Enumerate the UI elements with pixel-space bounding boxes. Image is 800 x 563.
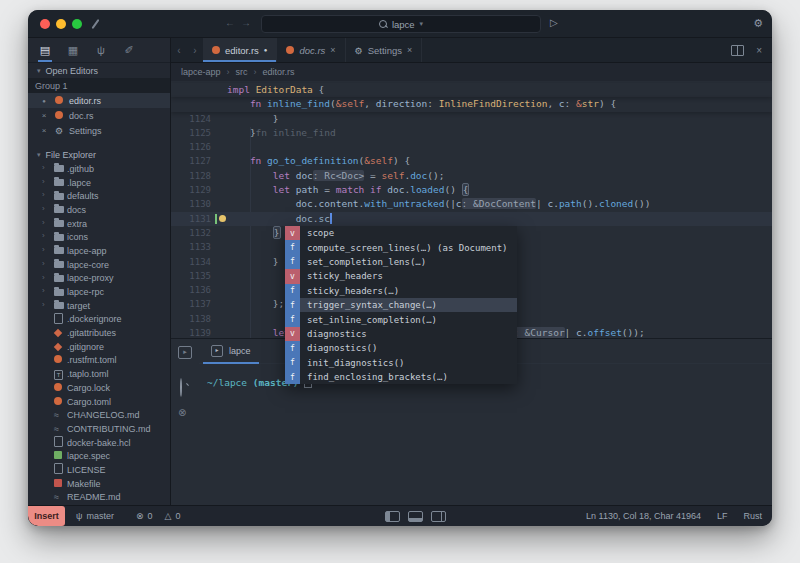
branch-indicator[interactable]: ψ master (76, 506, 114, 526)
chevron-right-icon: › (42, 163, 45, 172)
line-number: 1131 (171, 212, 211, 226)
file-tree-item[interactable]: ≈CONTRIBUTING.md (28, 422, 170, 436)
file-tree-item[interactable]: ›lapce-proxy (28, 272, 170, 286)
problems-icon[interactable]: ⊗ (178, 407, 186, 418)
settings-gear-icon[interactable]: ⚙ (753, 17, 763, 30)
terminal-icon[interactable]: ▸ (178, 346, 192, 359)
line-number: 1124 (171, 112, 211, 126)
completion-item[interactable]: fsticky_headers(…) (285, 284, 517, 298)
split-editor-icon[interactable] (731, 45, 744, 56)
code-line[interactable]: 1129 let path = match if doc.loaded() { (171, 183, 772, 197)
completion-item[interactable]: vdiagnostics (285, 327, 517, 341)
toolbar-toggle-icon[interactable] (92, 19, 100, 29)
file-explorer-icon[interactable]: ▤ (38, 44, 52, 57)
file-tree-item[interactable]: Cargo.lock (28, 381, 170, 395)
debug-icon[interactable]: ✐ (122, 44, 136, 57)
search-icon[interactable] (180, 379, 182, 397)
modified-dot-icon[interactable]: ● (39, 98, 49, 104)
nav-forward-button[interactable]: → (241, 17, 251, 28)
completion-item[interactable]: ftrigger_syntax_change(…) (285, 298, 517, 312)
completion-item[interactable]: ffind_enclosing_brackets(…) (285, 370, 517, 384)
mode-badge[interactable]: Insert (28, 506, 65, 526)
close-editor-icon[interactable]: × (756, 45, 762, 56)
open-editor-item[interactable]: ●editor.rs (28, 93, 170, 108)
maximize-window-button[interactable] (72, 19, 82, 29)
file-tree-item[interactable]: ›lapce-app (28, 244, 170, 258)
open-editor-item[interactable]: ×⚙Settings (28, 123, 170, 138)
minimize-window-button[interactable] (56, 19, 66, 29)
completion-item[interactable]: vscope (285, 226, 517, 240)
file-tree-item[interactable]: .gitattributes (28, 326, 170, 340)
command-palette-input[interactable]: lapce ▾ (261, 15, 541, 33)
file-tree-item[interactable]: ›.lapce (28, 176, 170, 190)
file-tree-item[interactable]: Cargo.toml (28, 395, 170, 409)
line-ending[interactable]: LF (717, 511, 728, 521)
code-line[interactable]: 1131 doc.sc (171, 212, 772, 226)
sticky-header-line[interactable]: fn inline_find(&self, direction: InlineF… (171, 97, 772, 111)
modified-dot-icon[interactable]: ● (264, 47, 268, 53)
nav-back-button[interactable]: ← (225, 17, 235, 28)
tab-editor.rs[interactable]: editor.rs● (203, 38, 277, 62)
cursor-position[interactable]: Ln 1130, Col 18, Char 41964 (586, 511, 701, 521)
code-line[interactable]: 1127 fn go_to_definition(&self) { (171, 154, 772, 168)
titlebar: ← → lapce ▾ ▷ ⚙ (28, 10, 772, 38)
terminal-content[interactable]: ~/lapce (master) (199, 363, 772, 506)
file-tree-item[interactable]: Makefile (28, 477, 170, 491)
run-button[interactable]: ▷ (550, 17, 558, 28)
file-tree-item[interactable]: ≈README.md (28, 491, 170, 505)
toggle-bottom-panel-icon[interactable] (408, 511, 423, 522)
completion-item[interactable]: fset_inline_completion(…) (285, 312, 517, 326)
file-tree-item[interactable]: ›.github (28, 162, 170, 176)
lightbulb-icon[interactable] (219, 215, 226, 222)
breadcrumb-item[interactable]: lapce-app (181, 67, 221, 77)
code-line[interactable]: 1125 }fn inline_find (171, 126, 772, 140)
language-mode[interactable]: Rust (743, 511, 762, 521)
tabs-forward-icon[interactable]: › (187, 38, 203, 62)
completion-item[interactable]: fset_completion_lens(…) (285, 255, 517, 269)
file-tree-item[interactable]: ›extra (28, 217, 170, 231)
file-tree-item[interactable]: ›lapce-core (28, 258, 170, 272)
code-line[interactable]: 1126 (171, 140, 772, 154)
close-icon[interactable]: × (39, 126, 49, 135)
close-window-button[interactable] (40, 19, 50, 29)
completion-item[interactable]: fdiagnostics() (285, 341, 517, 355)
file-tree-item[interactable]: ›defaults (28, 189, 170, 203)
file-tree-item[interactable]: T.taplo.toml (28, 367, 170, 381)
file-tree-item[interactable]: ›target (28, 299, 170, 313)
file-tree-item[interactable]: ›lapce-rpc (28, 285, 170, 299)
open-editors-header[interactable]: ▾ Open Editors (28, 63, 170, 78)
file-tree-item[interactable]: .rustfmt.toml (28, 354, 170, 368)
completion-item[interactable]: finit_diagnostics() (285, 356, 517, 370)
file-tree-item[interactable]: lapce.spec (28, 449, 170, 463)
close-icon[interactable]: × (39, 111, 49, 120)
close-icon[interactable]: × (407, 45, 412, 55)
extensions-icon[interactable]: ▦ (66, 44, 80, 57)
completion-item[interactable]: vsticky_headers (285, 269, 517, 283)
problems-indicator[interactable]: ⊗ 0 △ 0 (136, 506, 181, 526)
code-line[interactable]: 1128 let doc: Rc<Doc> = self.doc(); (171, 169, 772, 183)
breadcrumb-item[interactable]: src (236, 67, 248, 77)
close-icon[interactable]: × (330, 45, 335, 55)
file-tree-item[interactable]: ≈CHANGELOG.md (28, 408, 170, 422)
open-editor-item[interactable]: ×doc.rs (28, 108, 170, 123)
toggle-left-panel-icon[interactable] (385, 511, 400, 522)
chevron-right-icon: › (42, 218, 45, 227)
completion-item[interactable]: fcompute_screen_lines(…) (as Document) (285, 240, 517, 254)
file-tree-item[interactable]: .dockerignore (28, 313, 170, 327)
code-line[interactable]: 1130 doc.content.with_untracked(|c: &Doc… (171, 197, 772, 211)
sticky-header-line[interactable]: impl EditorData { (171, 83, 772, 97)
tab-Settings[interactable]: ⚙Settings× (346, 38, 423, 62)
file-tree-item[interactable]: LICENSE (28, 463, 170, 477)
toggle-right-panel-icon[interactable] (431, 511, 446, 522)
tab-doc.rs[interactable]: doc.rs× (277, 38, 345, 62)
terminal-tab[interactable]: ▸ lapce (203, 339, 259, 363)
file-tree-item[interactable]: docker-bake.hcl (28, 436, 170, 450)
breadcrumb-item[interactable]: editor.rs (263, 67, 295, 77)
file-tree-item[interactable]: .gitignore (28, 340, 170, 354)
file-tree-item[interactable]: ›icons (28, 230, 170, 244)
code-line[interactable]: 1124 } (171, 112, 772, 126)
source-control-icon[interactable]: ψ (94, 44, 108, 56)
tabs-back-icon[interactable]: ‹ (171, 38, 187, 62)
file-explorer-header[interactable]: ▾ File Explorer (28, 147, 170, 162)
file-tree-item[interactable]: ›docs (28, 203, 170, 217)
